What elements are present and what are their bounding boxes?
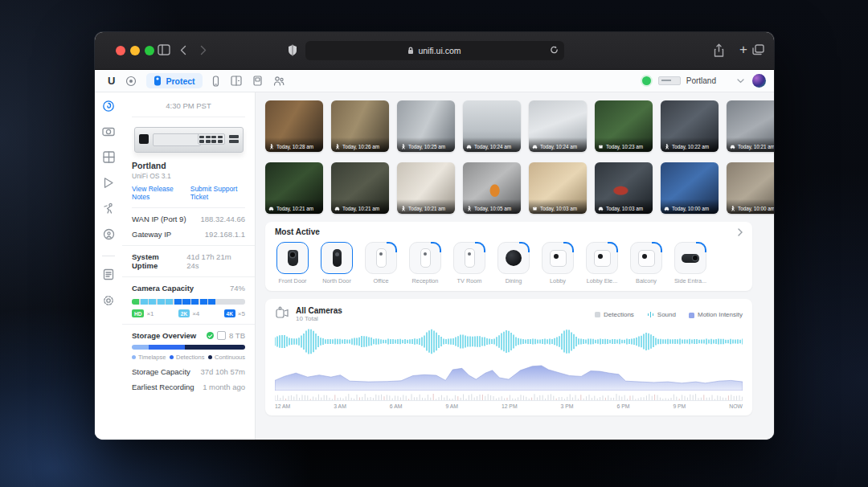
talk-app-icon[interactable]	[212, 76, 219, 87]
event-thumbnail[interactable]: Today, 10:00 am	[727, 162, 774, 214]
most-active-camera[interactable]: Dining	[496, 242, 531, 284]
events-grid: Today, 10:28 am Today, 10:26 am Today, 1…	[265, 100, 774, 214]
camera-capacity-label: Camera Capacity	[132, 284, 194, 293]
storage-legend: TimelapseDetectionsContinuous	[132, 354, 245, 361]
browser-chrome: unifi.ui.com +	[95, 32, 774, 70]
event-thumbnail[interactable]: Today, 10:21 am	[331, 162, 389, 214]
chevron-right-icon[interactable]	[738, 228, 743, 236]
most-active-camera[interactable]: Reception	[407, 242, 443, 284]
wan-ip-label: WAN IP (Port 9)	[132, 215, 186, 223]
sidebar-toggle-icon[interactable]	[158, 44, 170, 55]
detections-ruler[interactable]	[275, 391, 743, 401]
tab-protect[interactable]: Protect	[146, 73, 202, 88]
event-thumbnail[interactable]: Today, 10:22 am	[661, 100, 719, 152]
person-icon	[400, 206, 406, 211]
legend-item[interactable]: Detections	[595, 311, 634, 318]
event-thumbnail[interactable]: Today, 10:24 am	[529, 100, 587, 152]
most-active-camera[interactable]: Front Door	[275, 242, 310, 284]
event-thumbnail[interactable]: Today, 10:03 am	[595, 162, 653, 214]
event-timestamp: Today, 10:22 am	[661, 137, 719, 152]
camera-device-icon	[376, 248, 387, 268]
console-device-image	[134, 127, 244, 153]
event-timestamp: Today, 10:21 am	[331, 199, 389, 214]
access-app-icon[interactable]	[231, 76, 242, 86]
event-thumbnail[interactable]: Today, 10:23 am	[595, 100, 653, 152]
most-active-camera[interactable]: Balcony	[628, 242, 664, 284]
event-thumbnail[interactable]: Today, 10:26 am	[331, 100, 389, 152]
app-toolbar: U Protect Portland	[95, 70, 774, 92]
legend-icon	[595, 312, 600, 317]
chevron-down-icon[interactable]	[737, 79, 744, 84]
event-timestamp: Today, 10:26 am	[331, 137, 389, 152]
innerspace-app-icon[interactable]	[253, 76, 262, 86]
sidebar-item-settings[interactable]	[102, 294, 115, 310]
zoom-window-button[interactable]	[145, 46, 154, 55]
most-active-camera[interactable]: North Door	[319, 242, 354, 284]
package-icon	[532, 206, 538, 211]
os-version: UniFi OS 3.1	[132, 172, 245, 180]
legend-label: Sound	[657, 311, 676, 318]
event-thumbnail[interactable]: Today, 10:25 am	[397, 100, 455, 152]
most-active-card: Most Active Front Door North Door Office…	[265, 222, 752, 291]
back-icon[interactable]	[180, 45, 186, 55]
timeline-label: 6 AM	[390, 403, 403, 409]
share-icon[interactable]	[714, 43, 724, 57]
sidebar-item-dashboard[interactable]	[102, 100, 115, 116]
camera-device-icon	[682, 254, 699, 263]
sidebar-item-playback[interactable]	[103, 177, 114, 192]
sidebar-item-cameras[interactable]	[102, 126, 115, 141]
release-notes-link[interactable]: View Release Notes	[132, 185, 182, 201]
unifi-logo[interactable]: U	[108, 75, 115, 87]
event-thumbnail[interactable]: Today, 10:05 am	[463, 162, 521, 214]
event-thumbnail[interactable]: Today, 10:24 am	[463, 100, 521, 152]
timeline-label: 12 AM	[275, 403, 290, 409]
sidebar-item-map[interactable]	[103, 228, 115, 244]
legend-item[interactable]: Sound	[647, 311, 676, 318]
capacity-badge: 2K×4	[178, 309, 199, 317]
tab-overview-icon[interactable]	[752, 44, 764, 55]
event-thumbnail[interactable]: Today, 10:28 am	[265, 100, 323, 152]
package-icon	[598, 144, 604, 149]
camera-device-icon	[506, 250, 522, 266]
support-ticket-link[interactable]: Submit Support Ticket	[190, 185, 245, 201]
event-thumbnail[interactable]: Today, 10:03 am	[529, 162, 587, 214]
most-active-camera[interactable]: Lobby	[540, 242, 575, 284]
person-icon	[664, 144, 669, 149]
console-app-icon[interactable]	[125, 76, 137, 87]
new-tab-button[interactable]: +	[739, 41, 747, 59]
timeline-label: 3 AM	[334, 403, 346, 409]
event-thumbnail[interactable]: Today, 10:21 am	[397, 162, 455, 214]
most-active-camera[interactable]: TV Room	[452, 242, 487, 284]
event-thumbnail[interactable]: Today, 10:00 am	[661, 162, 719, 214]
person-icon	[268, 144, 274, 149]
event-thumbnail[interactable]: Today, 10:21 am	[727, 100, 774, 152]
event-thumbnail[interactable]: Today, 10:21 am	[265, 162, 323, 214]
forward-icon[interactable]	[200, 45, 207, 55]
event-timestamp: Today, 10:21 am	[727, 137, 774, 152]
users-app-icon[interactable]	[273, 76, 285, 86]
event-timestamp: Today, 10:24 am	[529, 137, 587, 152]
reload-icon[interactable]	[550, 45, 559, 55]
minimize-window-button[interactable]	[130, 46, 140, 55]
most-active-title: Most Active	[275, 227, 320, 236]
sidebar-item-viewports[interactable]	[103, 151, 115, 166]
console-selector[interactable]: Portland	[686, 76, 716, 85]
close-window-button[interactable]	[116, 46, 125, 55]
most-active-camera[interactable]: Side Entra...	[673, 242, 708, 284]
person-icon	[730, 206, 735, 211]
sidebar-item-logs[interactable]	[103, 268, 114, 284]
sound-waveform[interactable]	[275, 328, 743, 355]
user-avatar[interactable]	[752, 74, 766, 88]
legend-item[interactable]: Motion Intensity	[689, 311, 743, 318]
camera-device-icon	[550, 250, 567, 267]
most-active-camera[interactable]: Lobby Ele...	[584, 242, 620, 284]
address-bar[interactable]: unifi.ui.com	[305, 41, 564, 60]
legend-icon	[689, 313, 694, 318]
motion-intensity-chart[interactable]	[275, 357, 743, 391]
event-timestamp: Today, 10:03 am	[595, 199, 653, 214]
all-cameras-title: All Cameras	[296, 306, 342, 315]
storage-overview-label: Storage Overview	[132, 331, 196, 340]
privacy-shield-icon[interactable]	[288, 44, 297, 56]
most-active-camera[interactable]: Office	[363, 242, 399, 284]
sidebar-item-detections[interactable]	[102, 203, 115, 218]
